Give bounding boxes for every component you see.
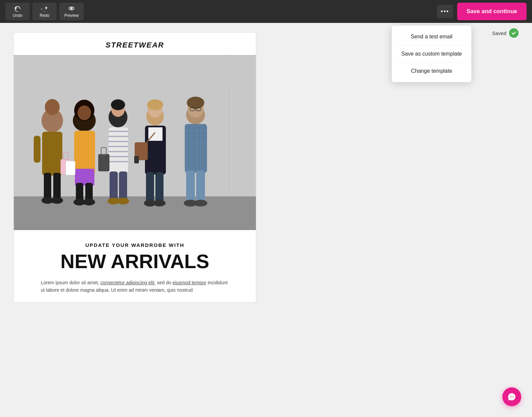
preview-label: Preview [64, 13, 79, 18]
svg-point-44 [147, 99, 163, 110]
saved-check-icon [509, 28, 519, 38]
svg-point-27 [111, 99, 125, 110]
svg-rect-19 [85, 183, 93, 201]
svg-point-71 [194, 200, 207, 206]
save-custom-template-item[interactable]: Save as custom template [392, 45, 471, 62]
svg-point-15 [78, 105, 91, 120]
svg-point-11 [51, 197, 63, 204]
svg-rect-63 [185, 137, 207, 138]
svg-rect-24 [66, 161, 75, 175]
hero-scene-svg [14, 55, 256, 230]
svg-rect-61 [185, 127, 207, 128]
svg-rect-32 [109, 146, 128, 147]
svg-rect-48 [155, 172, 164, 202]
main-area: Send a test email Save as custom templat… [0, 23, 532, 309]
undo-button[interactable]: Undo [5, 3, 30, 20]
svg-rect-31 [109, 141, 128, 142]
save-continue-button[interactable]: Save and continue [457, 3, 527, 20]
email-header: STREETWEAR [14, 33, 256, 55]
svg-rect-68 [186, 170, 195, 202]
send-test-email-item[interactable]: Send a test email [392, 28, 471, 45]
preview-button[interactable]: Preview [59, 3, 84, 20]
toolbar: Undo Redo Preview ••• Save and continue [0, 0, 532, 23]
svg-point-21 [83, 199, 95, 205]
svg-point-50 [153, 200, 166, 206]
svg-rect-60 [185, 124, 207, 173]
svg-rect-35 [109, 161, 128, 162]
svg-rect-8 [44, 173, 51, 200]
svg-point-75 [511, 396, 512, 397]
body-link-1: consectetur adipiscing elit, [100, 280, 156, 285]
svg-rect-67 [204, 124, 205, 173]
redo-button[interactable]: Redo [32, 3, 57, 20]
svg-rect-18 [76, 183, 83, 201]
svg-point-56 [187, 97, 204, 109]
more-button[interactable]: ••• [437, 5, 453, 18]
email-body: Lorem ipsum dolor sit amet, consectetur … [41, 279, 229, 294]
body-text-2: sed do [156, 280, 173, 285]
body-text-1: Lorem ipsum dolor sit amet, [41, 280, 100, 285]
svg-rect-9 [53, 173, 61, 200]
svg-rect-40 [98, 154, 109, 171]
svg-point-74 [510, 396, 511, 397]
toolbar-right: ••• Save and continue [437, 3, 527, 20]
svg-rect-37 [119, 171, 127, 200]
toolbar-left: Undo Redo Preview [5, 3, 84, 20]
svg-rect-46 [148, 127, 162, 141]
svg-rect-29 [109, 131, 128, 132]
svg-rect-7 [42, 132, 62, 175]
more-dots: ••• [441, 8, 449, 15]
undo-icon [14, 5, 21, 12]
undo-label: Undo [13, 13, 23, 18]
redo-label: Redo [40, 13, 50, 18]
save-continue-label: Save and continue [467, 8, 517, 14]
svg-rect-12 [34, 136, 40, 163]
svg-point-76 [513, 396, 514, 397]
svg-rect-28 [109, 127, 128, 173]
dropdown-menu: Send a test email Save as custom templat… [392, 26, 471, 82]
svg-rect-64 [189, 124, 190, 173]
svg-rect-30 [109, 136, 128, 137]
svg-point-6 [45, 99, 60, 115]
email-brand: STREETWEAR [21, 41, 249, 50]
svg-rect-33 [109, 151, 128, 152]
svg-rect-69 [196, 170, 205, 202]
chat-button[interactable] [502, 387, 521, 406]
svg-rect-66 [199, 124, 200, 173]
svg-rect-36 [110, 171, 118, 200]
email-title: NEW ARRIVALS [41, 251, 229, 272]
svg-rect-65 [194, 124, 195, 173]
body-link-2: eiusmod tempor [173, 280, 206, 285]
email-content: UPDATE YOUR WARDROBE WITH NEW ARRIVALS L… [14, 230, 256, 302]
email-template-card: STREETWEAR [13, 32, 256, 302]
change-template-item[interactable]: Change template [392, 63, 471, 79]
svg-rect-16 [74, 131, 95, 174]
saved-indicator: Saved [492, 28, 519, 38]
redo-icon [41, 5, 48, 12]
saved-label: Saved [492, 30, 506, 36]
svg-rect-34 [109, 156, 128, 157]
svg-rect-62 [185, 132, 207, 133]
svg-rect-47 [146, 172, 154, 202]
svg-rect-53 [134, 156, 139, 163]
email-subtitle: UPDATE YOUR WARDROBE WITH [41, 242, 229, 248]
eye-icon [68, 5, 75, 12]
chat-icon [507, 392, 516, 401]
email-hero-image [14, 55, 256, 230]
svg-point-39 [117, 198, 129, 204]
